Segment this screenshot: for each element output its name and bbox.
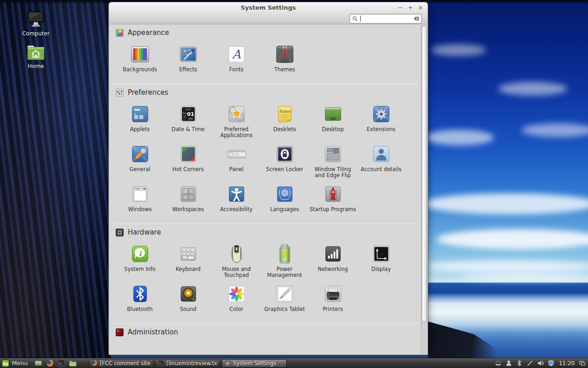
workspaces-icon: [177, 183, 199, 205]
settings-item-general[interactable]: General: [116, 140, 164, 180]
settings-item-label: Backgrounds: [123, 67, 157, 73]
settings-item-label: Mouse and Touchpad: [213, 266, 260, 278]
settings-item-power-management[interactable]: Power Management: [260, 240, 309, 280]
settings-item-extensions[interactable]: Extensions: [357, 100, 405, 140]
settings-item-startup-programs[interactable]: Startup Programs: [309, 180, 357, 220]
settings-item-label: Applets: [130, 126, 150, 132]
settings-item-windows[interactable]: Windows: [116, 180, 164, 220]
clock[interactable]: 11:20: [559, 360, 575, 367]
settings-item-label: Display: [371, 266, 390, 272]
workspace-switcher-icon[interactable]: [579, 360, 586, 367]
settings-item-desktop[interactable]: Desktop: [309, 100, 357, 140]
settings-item-themes[interactable]: Themes: [260, 40, 309, 80]
svg-text:>_: >_: [59, 362, 63, 366]
settings-item-window-tiling[interactable]: Window Tiling and Edge Flip: [309, 140, 357, 180]
settings-item-datetime[interactable]: 2007Sun01JANDate & Time: [164, 100, 212, 140]
section-title: Hardware: [128, 228, 161, 236]
svg-text:Notes: Notes: [279, 109, 291, 114]
taskbar-window-button-settings-window[interactable]: System Settings: [222, 359, 287, 368]
svg-text:Ctl: Ctl: [183, 257, 185, 259]
settings-content: AppearanceBackgroundsEffectsAFontsThemes…: [109, 24, 428, 355]
svg-text:01: 01: [187, 111, 194, 117]
launcher-files[interactable]: [69, 359, 77, 367]
launcher-terminal[interactable]: >_: [57, 359, 65, 367]
close-button[interactable]: ×: [418, 5, 424, 11]
settings-item-screen-locker[interactable]: Screen Locker: [260, 140, 309, 180]
taskbar-window-button-firefox-window[interactable]: [FCC comment site br...: [89, 359, 153, 368]
settings-item-effects[interactable]: Effects: [164, 40, 212, 80]
section-title: Administration: [128, 328, 178, 336]
cloud: [425, 130, 494, 145]
launcher-firefox[interactable]: [46, 359, 54, 367]
settings-item-display[interactable]: Display: [357, 240, 405, 280]
settings-item-label: Hot Corners: [172, 167, 204, 172]
clear-search-icon[interactable]: [413, 16, 419, 22]
computer-icon: [26, 10, 45, 29]
color-icon: [226, 283, 248, 305]
settings-item-label: Networking: [318, 266, 348, 272]
titlebar[interactable]: System Settings − + ×: [109, 2, 428, 24]
system-info-icon: i: [129, 243, 151, 265]
launcher-show-desktop[interactable]: [34, 359, 42, 367]
mouse-touchpad-icon: [226, 243, 248, 265]
volume-icon[interactable]: [537, 360, 544, 367]
maximize-button[interactable]: +: [407, 5, 413, 11]
desktop-icon-label: Home: [28, 63, 44, 69]
settings-item-printers[interactable]: Printers: [309, 280, 357, 320]
settings-item-keyboard[interactable]: AZEQSDCtlKeyboard: [164, 240, 212, 280]
printers-icon: [322, 283, 344, 305]
panel-icon: [226, 143, 248, 165]
settings-item-label: Themes: [274, 67, 295, 73]
tablet-pen-icon[interactable]: [526, 360, 533, 367]
settings-item-preferred-applications[interactable]: Preferred Applications: [212, 100, 260, 140]
settings-item-label: Preferred Applications: [213, 126, 260, 138]
taskbar-window-button-terminal-window[interactable]: >_[linuxmintreview.txt (~...: [155, 359, 220, 368]
settings-item-fonts[interactable]: AFonts: [212, 40, 260, 80]
scrollbar-thumb[interactable]: [422, 26, 427, 322]
settings-item-label: Bluetooth: [127, 306, 153, 312]
administration-section-icon: [116, 328, 124, 336]
settings-item-sound[interactable]: Sound: [164, 280, 212, 320]
desktop-icon-home[interactable]: Home: [18, 43, 54, 69]
settings-item-desklets[interactable]: NotesDesklets: [260, 100, 309, 140]
user-icon[interactable]: [505, 360, 512, 367]
settings-item-label: Startup Programs: [310, 207, 356, 213]
settings-item-applets[interactable]: Applets: [116, 100, 164, 140]
settings-item-color[interactable]: Color: [212, 280, 260, 320]
menu-button[interactable]: lm Menu: [0, 358, 32, 368]
settings-item-languages[interactable]: Languages: [260, 180, 309, 220]
hot-corners-icon: [177, 143, 199, 165]
cloud: [423, 193, 588, 214]
settings-item-networking[interactable]: Networking: [309, 240, 357, 280]
section-grid-appearance: BackgroundsEffectsAFontsThemes: [116, 40, 421, 80]
settings-item-hot-corners[interactable]: Hot Corners: [164, 140, 212, 180]
settings-item-accessibility[interactable]: Accessibility: [212, 180, 260, 220]
scrollbar-track[interactable]: [421, 25, 427, 354]
settings-item-label: Color: [229, 306, 243, 312]
settings-item-bluetooth[interactable]: Bluetooth: [116, 280, 164, 320]
settings-item-graphics-tablet[interactable]: Graphics Tablet: [260, 280, 309, 320]
bluetooth-icon[interactable]: [516, 360, 523, 367]
restore-icon[interactable]: [495, 360, 502, 367]
menu-label: Menu: [12, 360, 28, 367]
appearance-section-icon: [116, 29, 124, 37]
settings-item-backgrounds[interactable]: Backgrounds: [116, 40, 164, 80]
minimize-button[interactable]: −: [397, 5, 403, 11]
settings-item-label: Languages: [270, 207, 299, 213]
settings-item-panel[interactable]: Panel: [212, 140, 260, 180]
settings-item-account-details[interactable]: Account details: [357, 140, 405, 180]
search-input[interactable]: [350, 14, 422, 23]
applets-icon: [129, 103, 151, 125]
settings-item-workspaces[interactable]: Workspaces: [164, 180, 212, 220]
settings-item-system-info[interactable]: iSystem Info: [116, 240, 164, 280]
backgrounds-icon: [129, 43, 151, 65]
taskbar-window-label: System Settings: [233, 360, 276, 367]
settings-item-mouse-touchpad[interactable]: Mouse and Touchpad: [212, 240, 260, 280]
settings-item-label: System Info: [124, 266, 155, 272]
settings-item-label: Desklets: [273, 126, 296, 132]
window-tiling-icon: [322, 143, 344, 165]
section-grid-preferences: Applets2007Sun01JANDate & TimePreferred …: [116, 100, 421, 220]
updates-shield-icon[interactable]: i: [548, 360, 554, 367]
desktop-icon-computer[interactable]: Computer: [18, 10, 54, 37]
settings-item-label: Panel: [229, 167, 243, 172]
